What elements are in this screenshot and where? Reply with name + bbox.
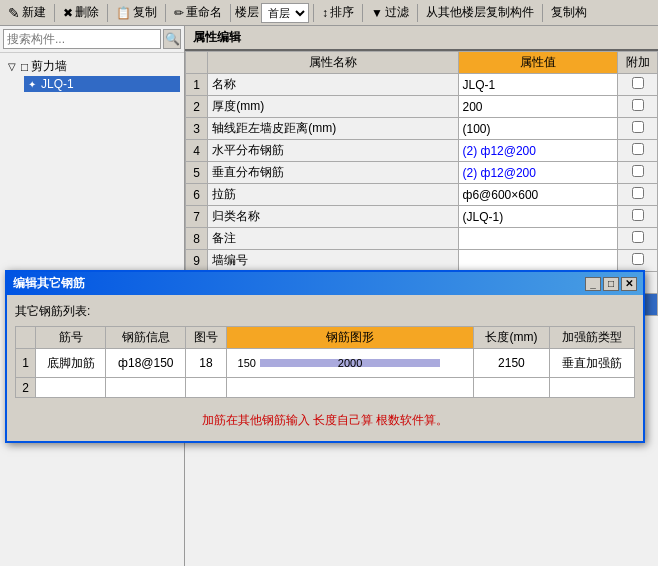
prop-name-cell: 垂直分布钢筋 [208, 162, 458, 184]
tree-child-icon: ✦ [26, 79, 38, 90]
prop-addon-checkbox[interactable] [632, 253, 644, 265]
col-addon-header: 附加 [618, 52, 658, 74]
sort-button[interactable]: ↕ 排序 [318, 3, 358, 22]
rebars-empty-cell: 2 [16, 378, 36, 398]
prop-name-cell: 墙编号 [208, 250, 458, 272]
modal-footer-text: 加筋在其他钢筋输入 长度自己算 根数软件算。 [15, 408, 635, 433]
tree-node-root[interactable]: ▽ □ 剪力墙 [4, 57, 180, 76]
prop-addon-checkbox[interactable] [632, 231, 644, 243]
delete-button[interactable]: ✖ 删除 [59, 3, 103, 22]
prop-addon-cell [618, 206, 658, 228]
prop-addon-checkbox[interactable] [632, 77, 644, 89]
prop-value-cell[interactable]: (2) ф12@200 [458, 162, 617, 184]
prop-addon-checkbox[interactable] [632, 165, 644, 177]
floor-select[interactable]: 首层 [261, 3, 309, 23]
sort-label: 排序 [330, 4, 354, 21]
prop-addon-checkbox[interactable] [632, 143, 644, 155]
rebars-col-num [16, 327, 36, 349]
rebars-col-length: 长度(mm) [474, 327, 549, 349]
separator-7 [417, 4, 418, 22]
separator-6 [362, 4, 363, 22]
rebars-length[interactable]: 2150 [474, 349, 549, 378]
modal-maximize-button[interactable]: □ [603, 277, 619, 291]
search-button[interactable]: 🔍 [163, 29, 181, 49]
modal-body: 其它钢筋列表: 筋号 钢筋信息 图号 钢筋图形 长度(mm) 加强筋类型 1底脚… [7, 295, 643, 441]
prop-row-num: 3 [186, 118, 208, 140]
prop-addon-checkbox[interactable] [632, 209, 644, 221]
prop-addon-checkbox[interactable] [632, 121, 644, 133]
delete-icon: ✖ [63, 6, 73, 20]
rebars-empty-cell [106, 378, 186, 398]
new-button[interactable]: ✎ 新建 [4, 3, 50, 22]
rename-icon: ✏ [174, 6, 184, 20]
prop-addon-checkbox[interactable] [632, 99, 644, 111]
prop-value-cell: (JLQ-1) [458, 206, 617, 228]
prop-value-cell: 200 [458, 96, 617, 118]
prop-value-cell [458, 228, 617, 250]
rebars-empty-cell [226, 378, 473, 398]
rebars-gang-jin-info[interactable]: ф18@150 [106, 349, 186, 378]
prop-row-num: 4 [186, 140, 208, 162]
rebars-col-type: 加强筋类型 [549, 327, 634, 349]
prop-addon-cell [618, 228, 658, 250]
prop-tab: 属性编辑 [185, 26, 658, 51]
modal-close-button[interactable]: ✕ [621, 277, 637, 291]
filter-icon: ▼ [371, 6, 383, 20]
col-num-header [186, 52, 208, 74]
prop-row-num: 6 [186, 184, 208, 206]
copy-from-floor-button[interactable]: 从其他楼层复制构件 [422, 3, 538, 22]
rebars-empty-row: 2 [16, 378, 635, 398]
filter-label: 过滤 [385, 4, 409, 21]
prop-name-cell: 名称 [208, 74, 458, 96]
search-bar: 🔍 [0, 26, 184, 53]
modal-title: 编辑其它钢筋 [13, 275, 85, 292]
separator-4 [230, 4, 231, 22]
rebars-table: 筋号 钢筋信息 图号 钢筋图形 长度(mm) 加强筋类型 1底脚加筋ф18@15… [15, 326, 635, 398]
rebars-jin-hao[interactable]: 底脚加筋 [36, 349, 106, 378]
copy-icon: 📋 [116, 6, 131, 20]
copy-button[interactable]: 📋 复制 [112, 3, 161, 22]
rebars-tu-hao[interactable]: 18 [186, 349, 227, 378]
tree-root-label: 剪力墙 [31, 58, 67, 75]
separator-3 [165, 4, 166, 22]
search-input[interactable] [3, 29, 161, 49]
rebars-shape-cell[interactable]: 150 2000 [226, 349, 473, 378]
prop-row-num: 7 [186, 206, 208, 228]
separator-2 [107, 4, 108, 22]
prop-name-cell: 备注 [208, 228, 458, 250]
prop-addon-cell [618, 250, 658, 272]
prop-addon-cell [618, 118, 658, 140]
rebars-empty-cell [186, 378, 227, 398]
modal-titlebar: 编辑其它钢筋 _ □ ✕ [7, 272, 643, 295]
separator-5 [313, 4, 314, 22]
filter-button[interactable]: ▼ 过滤 [367, 3, 413, 22]
modal-minimize-button[interactable]: _ [585, 277, 601, 291]
prop-value-cell[interactable]: (2) ф12@200 [458, 140, 617, 162]
copy-from-floor-label: 从其他楼层复制构件 [426, 4, 534, 21]
prop-name-cell: 水平分布钢筋 [208, 140, 458, 162]
rebars-col-jinhao: 筋号 [36, 327, 106, 349]
prop-tab-label: 属性编辑 [193, 30, 241, 44]
shape-left-num: 150 [231, 357, 256, 369]
prop-addon-checkbox[interactable] [632, 187, 644, 199]
prop-value-cell: (100) [458, 118, 617, 140]
new-icon: ✎ [8, 5, 20, 21]
prop-row-num: 8 [186, 228, 208, 250]
prop-value-cell: JLQ-1 [458, 74, 617, 96]
tree-node-jlq1[interactable]: ✦ JLQ-1 [24, 76, 180, 92]
toolbar: ✎ 新建 ✖ 删除 📋 复制 ✏ 重命名 楼层 首层 ↕ 排序 ▼ 过滤 从其他… [0, 0, 658, 26]
separator-1 [54, 4, 55, 22]
prop-addon-cell [618, 140, 658, 162]
rename-button[interactable]: ✏ 重命名 [170, 3, 226, 22]
prop-row-num: 5 [186, 162, 208, 184]
copy-struct-button[interactable]: 复制构 [547, 3, 591, 22]
prop-value-cell: ф6@600×600 [458, 184, 617, 206]
rebars-type[interactable]: 垂直加强筋 [549, 349, 634, 378]
search-icon: 🔍 [165, 32, 180, 46]
prop-addon-cell [618, 184, 658, 206]
prop-value-cell [458, 250, 617, 272]
expand-icon: ▽ [6, 61, 18, 72]
copy-label: 复制 [133, 4, 157, 21]
prop-name-cell: 归类名称 [208, 206, 458, 228]
rename-label: 重命名 [186, 4, 222, 21]
